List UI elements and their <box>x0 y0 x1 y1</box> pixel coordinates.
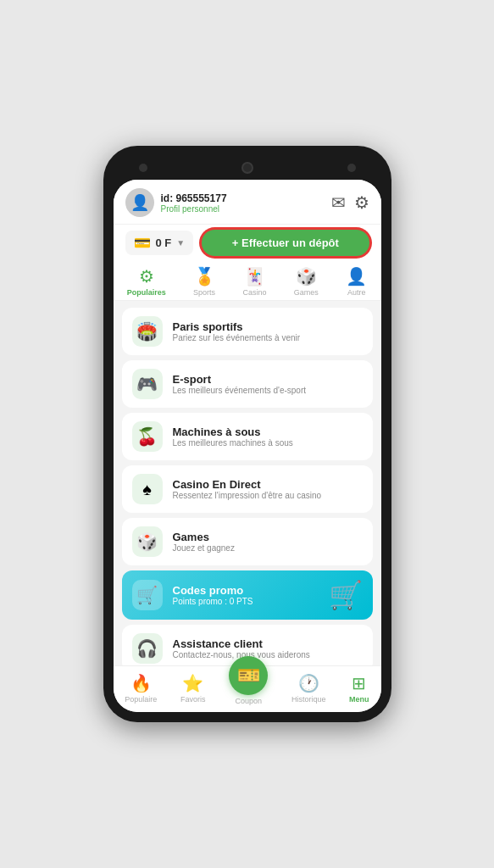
phone-device: 👤 id: 965555177 Profil personnel ✉ ⚙ 💳 0… <box>103 146 391 722</box>
paris-sportifs-text: Paris sportifs Pariez sur les événements… <box>173 320 301 342</box>
cart-decoration: 🛒 <box>329 579 363 611</box>
clock-icon: 🕐 <box>298 673 319 693</box>
tab-autre[interactable]: 👤 Autre <box>346 266 367 297</box>
machines-sous-title: Machines à sous <box>173 426 293 438</box>
menu-item-codes-promo[interactable]: 🛒 Codes promo Points promo : 0 PTS 🛒 <box>122 570 373 620</box>
bottom-nav-populaire[interactable]: 🔥 Populaire <box>125 673 157 704</box>
tab-casino-label: Casino <box>242 288 266 297</box>
bottom-nav-coupon[interactable]: 🎫 Coupon <box>229 671 268 705</box>
assistance-title: Assistance client <box>173 637 310 650</box>
header-left: 👤 id: 965555177 Profil personnel <box>125 188 227 217</box>
tab-games-label: Games <box>294 288 319 297</box>
autre-icon: 👤 <box>346 266 367 287</box>
coupon-button[interactable]: 🎫 <box>229 656 268 695</box>
bottom-nav: 🔥 Populaire ⭐ Favoris 🎫 Coupon 🕐 Histori… <box>114 665 381 712</box>
casino-direct-icon: ♠ <box>132 474 163 504</box>
settings-icon[interactable]: ⚙ <box>354 192 369 213</box>
assistance-icon: 🎧 <box>132 633 163 664</box>
populaires-icon: ⚙ <box>139 266 154 287</box>
tab-sports-label: Sports <box>193 288 215 297</box>
content-list: 🏟️ Paris sportifs Pariez sur les événeme… <box>114 301 381 665</box>
casino-icon: 🃏 <box>244 266 265 287</box>
casino-direct-title: Casino En Direct <box>173 478 322 491</box>
bottom-historique-label: Historique <box>291 695 326 704</box>
tab-populaires-label: Populaires <box>127 288 166 297</box>
bottom-coupon-label: Coupon <box>235 697 262 705</box>
games-nav-icon: 🎲 <box>296 266 317 287</box>
header-info: id: 965555177 Profil personnel <box>161 192 227 214</box>
codes-promo-title: Codes promo <box>173 584 253 597</box>
codes-promo-icon: 🛒 <box>132 580 163 610</box>
chevron-down-icon: ▼ <box>176 238 185 248</box>
flame-icon: 🔥 <box>130 673 152 693</box>
bottom-nav-favoris[interactable]: ⭐ Favoris <box>180 673 206 704</box>
camera-dot-right <box>347 164 356 172</box>
tab-casino[interactable]: 🃏 Casino <box>242 266 266 297</box>
esport-text: E-sport Les meilleurs événements d'e-spo… <box>173 373 307 395</box>
balance-amount: 0 F <box>156 236 172 249</box>
menu-item-esport[interactable]: 🎮 E-sport Les meilleurs événements d'e-s… <box>122 360 373 408</box>
tab-autre-label: Autre <box>347 288 366 297</box>
esport-title: E-sport <box>173 373 307 386</box>
menu-grid-icon: ⊞ <box>352 673 366 693</box>
bottom-menu-label: Menu <box>349 695 369 704</box>
machines-sous-text: Machines à sous Les meilleures machines … <box>173 426 293 448</box>
phone-screen: 👤 id: 965555177 Profil personnel ✉ ⚙ 💳 0… <box>114 180 381 712</box>
bottom-populaire-label: Populaire <box>125 695 157 704</box>
tab-populaires[interactable]: ⚙ Populaires <box>127 266 166 297</box>
nav-tabs: ⚙ Populaires 🏅 Sports 🃏 Casino 🎲 Games 👤… <box>114 261 381 301</box>
star-icon: ⭐ <box>182 673 203 693</box>
codes-promo-sub: Points promo : 0 PTS <box>173 597 253 606</box>
games-sub: Jouez et gagnez <box>173 543 235 553</box>
machines-sous-sub: Les meilleures machines à sous <box>173 438 293 448</box>
bottom-nav-menu[interactable]: ⊞ Menu <box>349 673 369 704</box>
codes-promo-text: Codes promo Points promo : 0 PTS <box>173 584 253 606</box>
tab-games[interactable]: 🎲 Games <box>294 266 319 297</box>
menu-item-casino-direct[interactable]: ♠ Casino En Direct Ressentez l'impressio… <box>122 465 373 513</box>
header: 👤 id: 965555177 Profil personnel ✉ ⚙ <box>114 180 381 224</box>
camera-main <box>241 162 253 174</box>
camera-dot-left <box>139 164 147 172</box>
games-icon: 🎲 <box>132 526 163 557</box>
menu-item-games[interactable]: 🎲 Games Jouez et gagnez <box>122 518 373 565</box>
camera-bar <box>114 156 381 180</box>
games-text: Games Jouez et gagnez <box>173 531 235 553</box>
profile-label: Profil personnel <box>161 204 227 214</box>
esport-sub: Les meilleurs événements d'e-sport <box>173 386 307 395</box>
wallet-icon: 💳 <box>134 235 151 251</box>
bottom-nav-historique[interactable]: 🕐 Historique <box>291 673 326 704</box>
games-title: Games <box>173 531 235 543</box>
avatar: 👤 <box>125 188 154 217</box>
user-id: id: 965555177 <box>161 192 227 204</box>
assistance-text: Assistance client Contactez-nous, nous v… <box>173 637 310 659</box>
deposit-button[interactable]: + Effectuer un dépôt <box>202 230 369 256</box>
casino-direct-text: Casino En Direct Ressentez l'impression … <box>173 478 322 500</box>
esport-icon: 🎮 <box>132 369 163 399</box>
paris-sportifs-title: Paris sportifs <box>173 320 301 333</box>
paris-sportifs-icon: 🏟️ <box>132 316 163 347</box>
paris-sportifs-sub: Pariez sur les événements à venir <box>173 333 301 342</box>
sports-icon: 🏅 <box>194 266 215 287</box>
menu-item-machines-sous[interactable]: 🍒 Machines à sous Les meilleures machine… <box>122 413 373 460</box>
mail-icon[interactable]: ✉ <box>331 192 346 213</box>
machines-sous-icon: 🍒 <box>132 421 163 452</box>
balance-box[interactable]: 💳 0 F ▼ <box>125 231 194 255</box>
bottom-favoris-label: Favoris <box>180 695 206 704</box>
header-icons: ✉ ⚙ <box>331 192 369 213</box>
menu-item-paris-sportifs[interactable]: 🏟️ Paris sportifs Pariez sur les événeme… <box>122 308 373 355</box>
casino-direct-sub: Ressentez l'impression d'être au casino <box>173 491 322 500</box>
balance-bar: 💳 0 F ▼ + Effectuer un dépôt <box>114 224 381 261</box>
tab-sports[interactable]: 🏅 Sports <box>193 266 215 297</box>
